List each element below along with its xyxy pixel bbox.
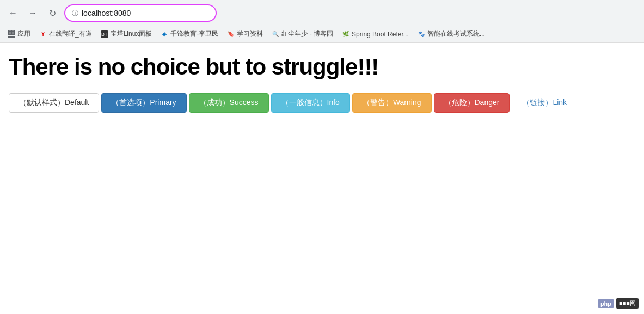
back-button[interactable]: ← — [5, 5, 21, 21]
page-content: There is no choice but to struggle!!! （默… — [0, 43, 644, 124]
browser-nav: ← → ↻ ⓘ localhost:8080 — [0, 0, 644, 26]
bookmark-youdao-label: 在线翻译_有道 — [49, 29, 92, 39]
spring-icon: 🌿 — [342, 30, 349, 38]
bookmarks-bar: 应用 Y 在线翻译_有道 BT 宝塔Linux面板 ◈ 千锋教育-李卫民 🔖 学… — [0, 26, 644, 42]
bookmark-blog-label: 红尘年少 - 博客园 — [281, 29, 333, 39]
youdao-icon: Y — [39, 30, 47, 38]
btn-primary[interactable]: （首选项）Primary — [101, 93, 186, 113]
address-bar[interactable]: ⓘ localhost:8080 — [64, 4, 217, 22]
btn-link[interactable]: （链接）Link — [512, 93, 577, 113]
apps-grid-icon — [8, 30, 15, 38]
bookmark-exam[interactable]: 🐾 智能在线考试系统... — [414, 28, 488, 40]
bt-icon: BT — [101, 30, 108, 38]
btn-warning[interactable]: （警告）Warning — [352, 93, 432, 113]
bookmark-study[interactable]: 🔖 学习资料 — [224, 28, 266, 40]
bookmark-qianfeng-label: 千锋教育-李卫民 — [170, 29, 218, 39]
buttons-row: （默认样式）Default （首选项）Primary （成功）Success （… — [9, 93, 635, 113]
bookmark-apps[interactable]: 应用 — [4, 28, 34, 40]
lock-icon: ⓘ — [72, 9, 78, 18]
btn-default[interactable]: （默认样式）Default — [9, 93, 99, 113]
bookmark-study-label: 学习资料 — [237, 29, 263, 39]
bookmark-bt-label: 宝塔Linux面板 — [111, 29, 152, 39]
bookmark-youdao[interactable]: Y 在线翻译_有道 — [36, 28, 95, 40]
bookmark-spring-label: Spring Boot Refer... — [352, 30, 409, 38]
page-title: There is no choice but to struggle!!! — [9, 54, 635, 80]
bookmark-apps-label: 应用 — [17, 29, 30, 39]
browser-chrome: ← → ↻ ⓘ localhost:8080 应用 Y 在线翻译_有道 BT 宝… — [0, 0, 644, 43]
btn-info[interactable]: （一般信息）Info — [271, 93, 350, 113]
bookmark-blog[interactable]: 🔍 红尘年少 - 博客园 — [268, 28, 336, 40]
btn-danger[interactable]: （危险）Danger — [434, 93, 510, 113]
reload-button[interactable]: ↻ — [45, 5, 60, 21]
btn-success[interactable]: （成功）Success — [189, 93, 269, 113]
address-text: localhost:8080 — [82, 9, 131, 17]
bookmark-exam-label: 智能在线考试系统... — [427, 29, 485, 39]
qianfeng-icon: ◈ — [161, 30, 168, 38]
study-icon: 🔖 — [227, 30, 235, 38]
forward-button[interactable]: → — [25, 5, 40, 21]
bookmark-spring[interactable]: 🌿 Spring Boot Refer... — [339, 29, 412, 39]
exam-icon: 🐾 — [418, 30, 425, 38]
bookmark-bt[interactable]: BT 宝塔Linux面板 — [97, 28, 156, 40]
bookmark-qianfeng[interactable]: ◈ 千锋教育-李卫民 — [157, 28, 222, 40]
blog-icon: 🔍 — [272, 30, 279, 38]
